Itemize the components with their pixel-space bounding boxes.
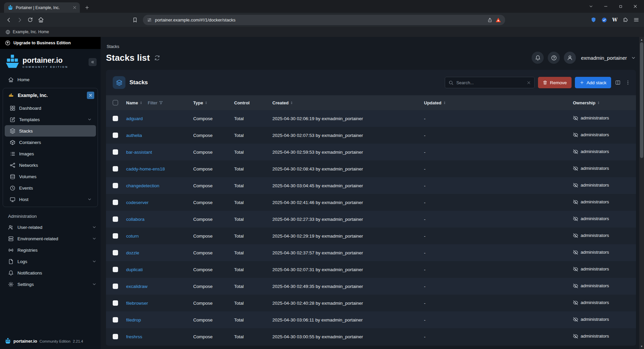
- row-checkbox[interactable]: [113, 133, 118, 138]
- sidebar-item-networks[interactable]: Networks: [5, 159, 96, 171]
- stack-name-link[interactable]: adguard: [126, 116, 143, 121]
- sidebar-item-registries[interactable]: Registries: [0, 244, 101, 256]
- sidebar-collapse-button[interactable]: [89, 58, 97, 66]
- site-settings-icon[interactable]: [147, 17, 152, 22]
- stack-name-link[interactable]: freshrss: [126, 334, 142, 339]
- filter-button[interactable]: Filter: [148, 100, 163, 105]
- row-checkbox[interactable]: [113, 166, 118, 171]
- share-icon[interactable]: [487, 17, 492, 22]
- tab-search-chevron-icon[interactable]: [584, 0, 598, 13]
- bookmark-icon[interactable]: [129, 14, 140, 25]
- sidebar-item-events[interactable]: Events: [5, 182, 96, 194]
- stack-name-link[interactable]: codeserver: [126, 200, 149, 205]
- sidebar-item-home[interactable]: Home: [0, 74, 101, 85]
- sidebar-item-dashboard[interactable]: Dashboard: [5, 102, 96, 114]
- remove-button[interactable]: Remove: [538, 77, 571, 88]
- sort-icon: [290, 101, 293, 105]
- sidebar-item-images[interactable]: Images: [5, 148, 96, 159]
- table-settings-kebab-icon[interactable]: [625, 79, 631, 86]
- environment-header[interactable]: Example, Inc.: [3, 88, 98, 102]
- stack-name-link[interactable]: collabora: [126, 217, 145, 222]
- stack-name-link[interactable]: filebrowser: [126, 301, 148, 306]
- refresh-icon[interactable]: [154, 55, 160, 61]
- column-header-created[interactable]: Created: [271, 95, 423, 110]
- row-checkbox[interactable]: [113, 183, 118, 188]
- forward-button[interactable]: [14, 14, 25, 25]
- row-checkbox[interactable]: [113, 284, 118, 289]
- stack-name-link[interactable]: duplicati: [126, 267, 143, 272]
- minimize-button[interactable]: [598, 0, 613, 13]
- tab-close-icon[interactable]: [72, 5, 77, 10]
- stack-name-link[interactable]: dozzle: [126, 250, 139, 255]
- scrollbar-down-arrow[interactable]: ▼: [639, 344, 644, 348]
- column-header-control[interactable]: Control: [233, 95, 271, 110]
- scrollbar-up-arrow[interactable]: ▲: [639, 38, 644, 42]
- stack-name-link[interactable]: caddy-home-ens18: [126, 166, 165, 171]
- row-checkbox[interactable]: [113, 300, 118, 306]
- maximize-button[interactable]: [613, 0, 628, 13]
- browser-tab[interactable]: Portainer | Example, Inc.: [4, 2, 80, 13]
- table-row: filebrowser Compose Total 2025-04-30 02:…: [106, 295, 636, 311]
- sidebar-item-host[interactable]: Host: [5, 194, 96, 205]
- row-checkbox[interactable]: [113, 200, 118, 205]
- sidebar-item-user-related[interactable]: User-related: [0, 221, 101, 233]
- reload-button[interactable]: [25, 14, 36, 25]
- sidebar-item-settings[interactable]: Settings: [0, 279, 101, 290]
- sidebar-item-notifications[interactable]: Notifications: [0, 267, 101, 279]
- stack-name-link[interactable]: changedetection: [126, 183, 159, 188]
- new-tab-button[interactable]: [82, 2, 92, 12]
- column-header-ownership[interactable]: Ownership: [572, 95, 636, 110]
- stack-name-link[interactable]: filedrop: [126, 317, 141, 322]
- back-button[interactable]: [3, 14, 14, 25]
- sidebar-item-templates[interactable]: Templates: [5, 114, 96, 125]
- row-checkbox[interactable]: [113, 267, 118, 272]
- column-header-name[interactable]: Name Filter: [125, 95, 192, 110]
- notifications-button[interactable]: [532, 52, 544, 64]
- row-checkbox[interactable]: [113, 116, 118, 121]
- page-scrollbar[interactable]: ▲ ▼: [639, 37, 644, 349]
- row-checkbox[interactable]: [113, 334, 118, 339]
- sidebar-item-containers[interactable]: Containers: [5, 137, 96, 148]
- user-menu-chevron-icon[interactable]: [631, 55, 636, 60]
- stack-ownership: administrators: [581, 266, 609, 271]
- row-checkbox[interactable]: [113, 233, 118, 239]
- breadcrumb[interactable]: Stacks: [107, 44, 636, 49]
- sidebar-item-stacks[interactable]: Stacks: [5, 125, 96, 137]
- row-checkbox[interactable]: [113, 149, 118, 155]
- add-stack-button[interactable]: Add stack: [575, 77, 611, 88]
- column-header-updated[interactable]: Updated: [423, 95, 572, 110]
- stack-name-link[interactable]: authelia: [126, 133, 142, 138]
- sort-icon: [204, 101, 208, 105]
- scrollbar-thumb[interactable]: [640, 42, 643, 158]
- search-input[interactable]: [456, 80, 524, 85]
- bookmark-item[interactable]: Example, Inc. Home: [5, 30, 49, 35]
- extensions-puzzle-icon[interactable]: [623, 17, 628, 23]
- url-bar[interactable]: portainer.example.com/#!/1/docker/stacks: [143, 15, 505, 25]
- row-checkbox[interactable]: [113, 317, 118, 322]
- sidebar-item-volumes[interactable]: Volumes: [5, 171, 96, 182]
- row-checkbox[interactable]: [113, 216, 118, 222]
- stack-updated: -: [423, 194, 572, 211]
- row-checkbox[interactable]: [113, 250, 118, 255]
- shield-extension-icon[interactable]: [591, 17, 596, 23]
- column-header-type[interactable]: Type: [192, 95, 233, 110]
- environment-close-button[interactable]: [87, 92, 94, 99]
- search-clear-icon[interactable]: [527, 81, 531, 85]
- close-button[interactable]: [628, 0, 643, 13]
- upgrade-banner[interactable]: Upgrade to Business Edition: [0, 37, 101, 49]
- stack-name-link[interactable]: bar-assistant: [126, 150, 152, 155]
- wikipedia-extension-icon[interactable]: W: [612, 17, 618, 22]
- stack-name-link[interactable]: excalidraw: [126, 284, 148, 289]
- columns-settings-icon[interactable]: [614, 79, 621, 86]
- browser-menu-icon[interactable]: [633, 17, 639, 23]
- stack-name-link[interactable]: coturn: [126, 234, 139, 239]
- sidebar-item-logs[interactable]: Logs: [0, 256, 101, 267]
- help-button[interactable]: [548, 52, 560, 64]
- select-all-checkbox[interactable]: [113, 100, 118, 105]
- sidebar-item-environment-related[interactable]: Environment-related: [0, 233, 101, 244]
- home-button[interactable]: [36, 14, 46, 25]
- bell-icon: [8, 270, 14, 276]
- check-extension-icon[interactable]: [601, 17, 607, 23]
- avatar[interactable]: [564, 52, 576, 64]
- brave-rewards-icon[interactable]: [495, 17, 501, 22]
